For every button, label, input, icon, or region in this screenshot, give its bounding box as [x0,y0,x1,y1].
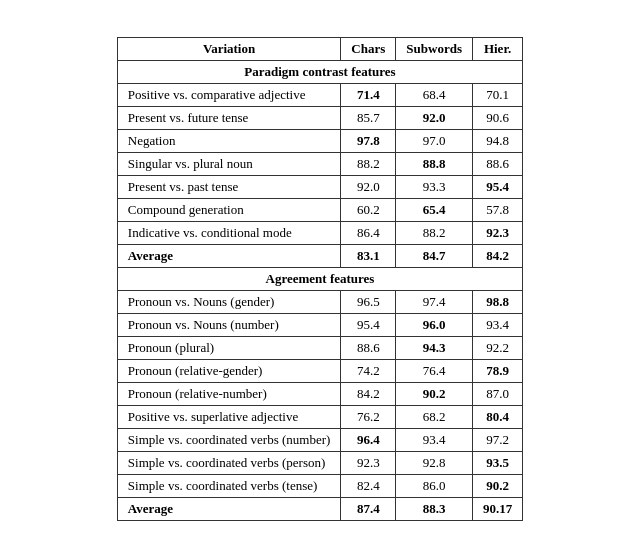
cell-variation: Simple vs. coordinated verbs (person) [117,452,341,475]
table-row: Present vs. past tense92.093.395.4 [117,176,522,199]
cell-subwords: 88.8 [396,153,473,176]
cell-subwords: 86.0 [396,475,473,498]
cell-subwords: 97.4 [396,291,473,314]
cell-subwords: 90.2 [396,383,473,406]
table-row: Positive vs. comparative adjective71.468… [117,84,522,107]
section-title: Agreement features [117,268,522,291]
cell-chars: 95.4 [341,314,396,337]
average-row: Average87.488.390.17 [117,498,522,521]
table-row: Simple vs. coordinated verbs (person)92.… [117,452,522,475]
cell-hier: 90.6 [472,107,522,130]
cell-subwords: 93.3 [396,176,473,199]
cell-subwords: 65.4 [396,199,473,222]
cell-hier: 98.8 [472,291,522,314]
cell-chars: 88.2 [341,153,396,176]
cell-variation: Pronoun (plural) [117,337,341,360]
cell-hier: 95.4 [472,176,522,199]
cell-chars: 60.2 [341,199,396,222]
results-table: Variation Chars Subwords Hier. Paradigm … [117,37,523,521]
cell-variation: Simple vs. coordinated verbs (tense) [117,475,341,498]
cell-chars: 85.7 [341,107,396,130]
cell-hier: 93.4 [472,314,522,337]
table-row: Pronoun (relative-gender)74.276.478.9 [117,360,522,383]
table-header-row: Variation Chars Subwords Hier. [117,38,522,61]
col-header-subwords: Subwords [396,38,473,61]
cell-hier: 87.0 [472,383,522,406]
cell-hier: 78.9 [472,360,522,383]
avg-label: Average [117,245,341,268]
cell-chars: 96.4 [341,429,396,452]
avg-subwords: 84.7 [396,245,473,268]
table-row: Negation97.897.094.8 [117,130,522,153]
cell-hier: 80.4 [472,406,522,429]
cell-chars: 84.2 [341,383,396,406]
cell-variation: Compound generation [117,199,341,222]
cell-chars: 82.4 [341,475,396,498]
cell-hier: 88.6 [472,153,522,176]
cell-hier: 70.1 [472,84,522,107]
cell-hier: 93.5 [472,452,522,475]
avg-hier: 90.17 [472,498,522,521]
cell-variation: Positive vs. comparative adjective [117,84,341,107]
table-wrapper: Variation Chars Subwords Hier. Paradigm … [97,17,543,541]
section-header-row: Agreement features [117,268,522,291]
cell-subwords: 68.4 [396,84,473,107]
cell-subwords: 97.0 [396,130,473,153]
table-row: Pronoun (relative-number)84.290.287.0 [117,383,522,406]
col-header-variation: Variation [117,38,341,61]
avg-chars: 87.4 [341,498,396,521]
avg-subwords: 88.3 [396,498,473,521]
table-row: Present vs. future tense85.792.090.6 [117,107,522,130]
cell-subwords: 94.3 [396,337,473,360]
table-row: Simple vs. coordinated verbs (tense)82.4… [117,475,522,498]
avg-hier: 84.2 [472,245,522,268]
cell-variation: Pronoun (relative-gender) [117,360,341,383]
section-header-row: Paradigm contrast features [117,61,522,84]
cell-subwords: 76.4 [396,360,473,383]
cell-subwords: 92.8 [396,452,473,475]
cell-hier: 92.3 [472,222,522,245]
average-row: Average83.184.784.2 [117,245,522,268]
cell-variation: Present vs. past tense [117,176,341,199]
section-title: Paradigm contrast features [117,61,522,84]
cell-chars: 71.4 [341,84,396,107]
table-row: Indicative vs. conditional mode86.488.29… [117,222,522,245]
cell-hier: 97.2 [472,429,522,452]
cell-variation: Simple vs. coordinated verbs (number) [117,429,341,452]
cell-chars: 76.2 [341,406,396,429]
cell-chars: 92.3 [341,452,396,475]
cell-variation: Singular vs. plural noun [117,153,341,176]
cell-chars: 96.5 [341,291,396,314]
cell-hier: 92.2 [472,337,522,360]
cell-hier: 57.8 [472,199,522,222]
cell-chars: 86.4 [341,222,396,245]
cell-subwords: 68.2 [396,406,473,429]
cell-subwords: 92.0 [396,107,473,130]
table-row: Compound generation60.265.457.8 [117,199,522,222]
col-header-chars: Chars [341,38,396,61]
cell-hier: 94.8 [472,130,522,153]
cell-subwords: 96.0 [396,314,473,337]
table-row: Simple vs. coordinated verbs (number)96.… [117,429,522,452]
cell-hier: 90.2 [472,475,522,498]
col-header-hier: Hier. [472,38,522,61]
cell-variation: Pronoun vs. Nouns (number) [117,314,341,337]
cell-chars: 92.0 [341,176,396,199]
cell-subwords: 93.4 [396,429,473,452]
cell-variation: Indicative vs. conditional mode [117,222,341,245]
table-row: Positive vs. superlative adjective76.268… [117,406,522,429]
cell-variation: Negation [117,130,341,153]
table-row: Singular vs. plural noun88.288.888.6 [117,153,522,176]
avg-chars: 83.1 [341,245,396,268]
avg-label: Average [117,498,341,521]
cell-chars: 74.2 [341,360,396,383]
table-row: Pronoun vs. Nouns (gender)96.597.498.8 [117,291,522,314]
cell-chars: 88.6 [341,337,396,360]
table-row: Pronoun vs. Nouns (number)95.496.093.4 [117,314,522,337]
cell-variation: Pronoun vs. Nouns (gender) [117,291,341,314]
table-row: Pronoun (plural)88.694.392.2 [117,337,522,360]
cell-chars: 97.8 [341,130,396,153]
cell-variation: Pronoun (relative-number) [117,383,341,406]
cell-subwords: 88.2 [396,222,473,245]
cell-variation: Positive vs. superlative adjective [117,406,341,429]
